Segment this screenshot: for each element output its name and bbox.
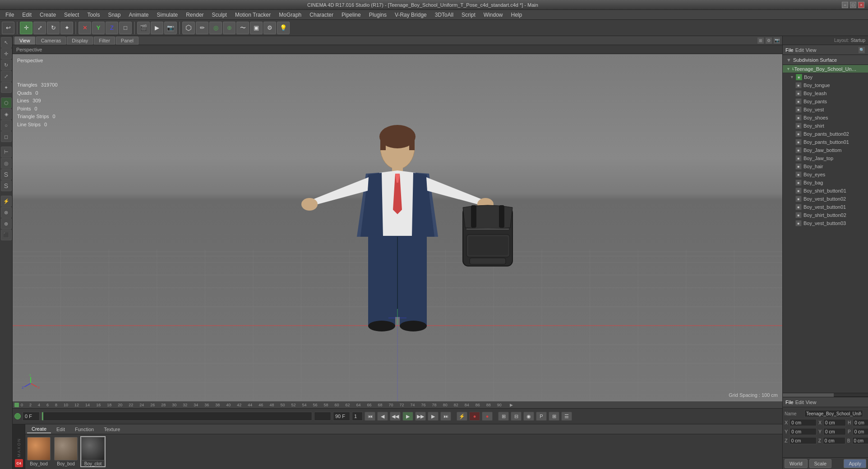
render-region[interactable]: 🎬 [137, 22, 150, 34]
tool-brush[interactable]: ⊗ [1, 207, 12, 218]
om-search-icon[interactable]: 🔍 [858, 46, 865, 54]
paint-brush[interactable]: ✏ [196, 22, 208, 34]
attr-name-input[interactable] [804, 410, 863, 417]
timeline-settings-5[interactable]: ⊞ [549, 412, 559, 421]
viewport-maximize-icon[interactable]: ⊞ [757, 37, 764, 44]
world-button[interactable]: World [785, 459, 808, 468]
cube-object[interactable]: ⬡ [182, 22, 195, 34]
timeline-settings-1[interactable]: ⊞ [498, 412, 509, 421]
attr-h-rot[interactable] [853, 419, 868, 426]
attr-y-scale[interactable] [823, 428, 846, 435]
viewport-tab-filter[interactable]: Filter [94, 37, 115, 45]
om-tab-edit[interactable]: Edit [795, 47, 804, 53]
minimize-button[interactable]: − [842, 2, 848, 8]
timeline-mode[interactable]: ☰ [561, 412, 572, 421]
rotate-tool[interactable]: ↻ [47, 22, 60, 34]
select-z[interactable]: Z [106, 22, 118, 34]
menu-window[interactable]: Window [480, 11, 507, 19]
camera-btn[interactable]: ⚙ [263, 22, 276, 34]
obj-item-tongue[interactable]: ■ Boy_tongue [783, 81, 868, 89]
attr-z-pos[interactable] [790, 437, 817, 444]
timeline-settings-2[interactable]: ⊟ [511, 412, 522, 421]
om-tab-view[interactable]: View [806, 47, 817, 53]
viewport-3d[interactable]: Triangles 319700 Quads 0 Lines 309 Point… [13, 54, 782, 401]
menu-help[interactable]: Help [507, 11, 526, 19]
menu-character[interactable]: Character [306, 11, 337, 19]
menu-pipeline[interactable]: Pipeline [338, 11, 365, 19]
deformer-btn[interactable]: ⊕ [223, 22, 235, 34]
render-to-picture[interactable]: 📷 [164, 22, 177, 34]
menu-sculpt[interactable]: Sculpt [208, 11, 231, 19]
om-tab-file[interactable]: File [785, 47, 794, 53]
menu-plugins[interactable]: Plugins [365, 11, 390, 19]
menu-script[interactable]: Script [458, 11, 479, 19]
tool-move[interactable]: ↖ [1, 37, 12, 48]
material-item-1[interactable]: Boy_bod [27, 437, 51, 466]
tool-7[interactable]: ✦ [1, 82, 12, 93]
viewport-tab-display[interactable]: Display [67, 37, 93, 45]
current-frame-input[interactable] [23, 412, 40, 421]
selection-btn[interactable]: ◎ [209, 22, 222, 34]
undo-button[interactable]: ↩ [2, 22, 14, 34]
apply-button[interactable]: Apply [844, 459, 866, 468]
attr-tab-edit[interactable]: Edit [795, 400, 804, 405]
attr-p-rot[interactable] [853, 428, 868, 435]
obj-scrollbar-thumb[interactable] [783, 393, 834, 397]
menu-create[interactable]: Create [36, 11, 60, 19]
obj-item-vest-btn02[interactable]: ■ Boy_vest_button02 [783, 195, 868, 203]
menu-motion-tracker[interactable]: Motion Tracker [231, 11, 274, 19]
viewport-tab-cameras[interactable]: Cameras [36, 37, 66, 45]
menu-tools[interactable]: Tools [83, 11, 103, 19]
mtab-function[interactable]: Function [70, 426, 98, 433]
close-button[interactable]: × [858, 2, 864, 8]
attr-y-pos[interactable] [790, 428, 817, 435]
root-object-row[interactable]: ▼ L Teenage_Boy_School_Uniform_T_P [783, 65, 868, 73]
mtab-texture[interactable]: Texture [99, 426, 125, 433]
move-tool[interactable]: ✛ [20, 22, 32, 34]
obj-item-shirt[interactable]: ■ Boy_shirt [783, 122, 868, 130]
timeline-settings-4[interactable]: P [536, 412, 547, 421]
attr-tab-view[interactable]: View [806, 400, 817, 405]
material-item-2[interactable]: Boy_bod [54, 437, 78, 466]
go-to-end[interactable]: ⏭ [440, 412, 451, 421]
next-frame[interactable]: ▶ [428, 412, 439, 421]
tool-polygon[interactable]: ⬡ [1, 97, 12, 108]
menu-render[interactable]: Render [182, 11, 207, 19]
tool-snap[interactable]: ◎ [1, 158, 12, 169]
obj-item-leash[interactable]: ■ Boy_leash [783, 89, 868, 97]
frame-field[interactable] [314, 412, 331, 421]
tool-knife[interactable]: ⚡ [1, 196, 12, 207]
menu-snap[interactable]: Snap [104, 11, 124, 19]
menu-simulate[interactable]: Simulate [153, 11, 182, 19]
attr-x-scale[interactable] [823, 419, 846, 426]
obj-item-bag[interactable]: ■ Boy_bag [783, 179, 868, 187]
timeline-settings-3[interactable]: ◉ [523, 412, 534, 421]
tool-scale2[interactable]: ⤢ [1, 71, 12, 82]
menu-edit[interactable]: Edit [18, 11, 35, 19]
obj-item-shirt-btn02[interactable]: ■ Boy_shirt_button02 [783, 211, 868, 219]
light-btn[interactable]: 💡 [277, 22, 290, 34]
nurbs-btn[interactable]: ▣ [250, 22, 263, 34]
tool-spiro[interactable]: S [1, 169, 12, 180]
object-mode[interactable]: □ [119, 22, 132, 34]
play-fast[interactable]: ▶▶ [415, 412, 426, 421]
universal-tool[interactable]: ✦ [60, 22, 73, 34]
obj-item-hair[interactable]: ■ Boy_hair [783, 162, 868, 170]
play-forward[interactable]: ▶ [402, 412, 413, 421]
obj-item-jaw-top[interactable]: ■ Boy_Jaw_top [783, 154, 868, 162]
object-list[interactable]: ▼ ■ Boy ■ Boy_tongue ■ Boy_leash ■ [783, 73, 868, 393]
maximize-button[interactable]: □ [850, 2, 856, 8]
select-y[interactable]: Y [92, 22, 105, 34]
tool-rotate[interactable]: ↻ [1, 60, 12, 70]
prev-frame[interactable]: ◀ [377, 412, 388, 421]
obj-item-vest-btn01[interactable]: ■ Boy_vest_button01 [783, 203, 868, 211]
render-active[interactable]: ▶ [151, 22, 163, 34]
obj-item-eyes[interactable]: ■ Boy_eyes [783, 170, 868, 179]
subdivision-surface-row[interactable]: ▼ Subdivision Surface [783, 55, 868, 65]
material-item-3[interactable]: Boy_clot [81, 437, 105, 466]
mtab-edit[interactable]: Edit [52, 426, 69, 433]
obj-item-pants-btn02[interactable]: ■ Boy_pants_button02 [783, 130, 868, 138]
obj-item-jaw-bot[interactable]: ■ Boy_Jaw_bottom [783, 146, 868, 154]
tool-smear[interactable]: S [1, 180, 12, 191]
playback-bar[interactable] [42, 412, 312, 421]
